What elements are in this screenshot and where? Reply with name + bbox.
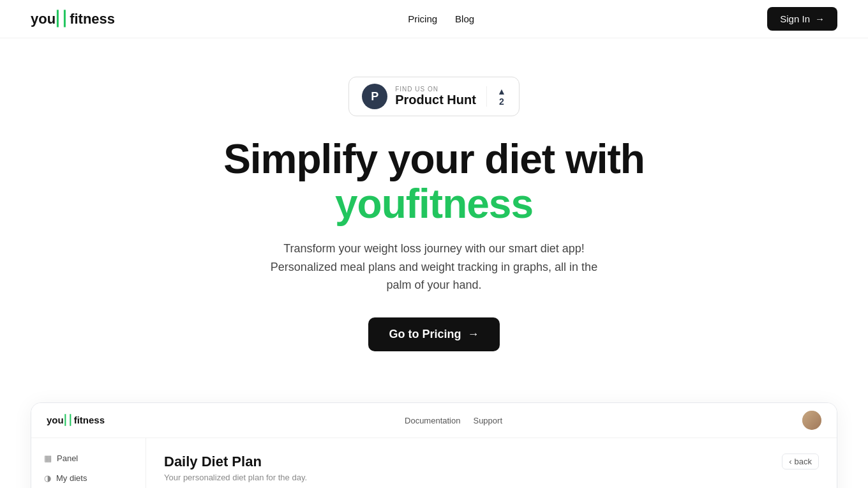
signin-button[interactable]: Sign In → (767, 7, 837, 31)
preview-main: Daily Diet Plan Your personalized diet p… (146, 438, 837, 488)
navbar: you⎜⎜fitness Pricing Blog Sign In → (0, 0, 868, 38)
preview-nav-docs[interactable]: Documentation (405, 416, 460, 425)
app-preview: you⎜⎜fitness Documentation Support ▦ Pan… (31, 402, 837, 488)
hero-headline: Simplify your diet with youfitness (147, 137, 721, 227)
preview-nav: Documentation Support (405, 416, 502, 425)
ph-icon: P (362, 84, 387, 109)
preview-nav-support[interactable]: Support (473, 416, 502, 425)
nav-blog[interactable]: Blog (455, 13, 474, 24)
sidebar-item-panel[interactable]: ▦ Panel (31, 448, 146, 468)
diet-plan-subtitle: Your personalized diet plan for the day. (164, 473, 819, 482)
sidebar-item-my-diets[interactable]: ◑ My diets (31, 468, 146, 488)
hero-section: P FIND US ON Product Hunt ▲ 2 Simplify y… (0, 38, 868, 377)
logo-text: you⎜⎜fitness (31, 11, 115, 27)
hero-subtext: Transform your weight loss journey with … (268, 240, 600, 294)
ph-votes: ▲ 2 (486, 86, 506, 107)
preview-logo: you⎜⎜fitness (47, 415, 105, 426)
diets-icon: ◑ (44, 473, 51, 483)
nav-links: Pricing Blog (408, 13, 474, 24)
product-hunt-badge[interactable]: P FIND US ON Product Hunt ▲ 2 (348, 77, 520, 116)
preview-sidebar: ▦ Panel ◑ My diets ▭ Billing ⚙ Settings (31, 438, 146, 488)
ph-text: FIND US ON Product Hunt (395, 86, 476, 107)
diet-plan-title: Daily Diet Plan (164, 454, 819, 470)
preview-body: ▦ Panel ◑ My diets ▭ Billing ⚙ Settings … (31, 438, 837, 488)
preview-topbar: you⎜⎜fitness Documentation Support (31, 403, 837, 438)
nav-pricing[interactable]: Pricing (408, 13, 437, 24)
logo[interactable]: you⎜⎜fitness (31, 11, 115, 27)
cta-button[interactable]: Go to Pricing → (368, 317, 499, 351)
avatar (802, 411, 821, 430)
panel-icon: ▦ (44, 454, 52, 463)
back-button[interactable]: ‹ back (782, 454, 819, 469)
avatar-image (802, 411, 821, 430)
